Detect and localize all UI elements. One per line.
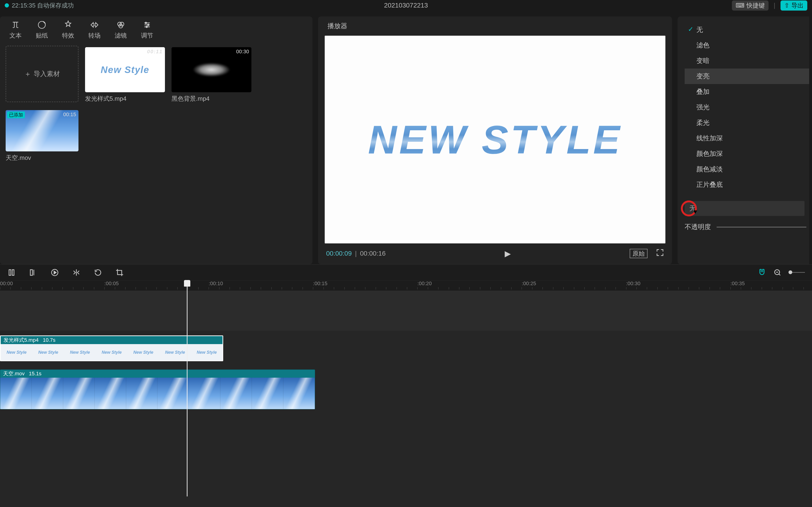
rotate-button[interactable] (94, 268, 102, 277)
time-separator: | (355, 250, 357, 257)
timeline-ruler[interactable]: 00:00:00:05:00:10:00:15:00:20:00:25:00:3… (0, 280, 812, 291)
blend-option[interactable]: 叠加 (684, 84, 809, 100)
blend-option[interactable]: 正片叠底 (684, 177, 809, 192)
blend-option-label: 颜色减淡 (696, 165, 723, 173)
opacity-label: 不透明度 (684, 223, 711, 231)
tab-label: 转场 (88, 32, 101, 40)
preview-canvas[interactable]: New Style (325, 36, 665, 243)
blend-option-label: 变亮 (696, 72, 710, 80)
tab-filter[interactable]: 滤镜 (115, 20, 127, 40)
media-thumbnail: New Style00:11 (85, 47, 165, 92)
tab-label: 贴纸 (36, 32, 48, 40)
clip-name: 天空.mov (3, 370, 25, 377)
blend-panel: ✓无滤色变暗变亮叠加强光柔光线性加深颜色加深颜色减淡正片叠底 无 不透明度 (677, 16, 809, 264)
timeline: 00:00:00:05:00:10:00:15:00:20:00:25:00:3… (0, 264, 812, 507)
time-duration: 00:00:16 (360, 250, 386, 257)
crop-button[interactable] (115, 268, 124, 277)
blend-option[interactable]: 滤色 (684, 38, 809, 53)
blend-option[interactable]: 线性加深 (684, 130, 809, 146)
svg-point-6 (146, 26, 148, 28)
blend-option[interactable]: ✓无 (684, 22, 809, 38)
blend-mode-select[interactable]: 无 (684, 201, 805, 216)
playhead[interactable] (187, 280, 188, 496)
blend-option-label: 强光 (696, 104, 710, 111)
media-duration: 00:15 (63, 111, 76, 118)
svg-rect-7 (9, 270, 11, 275)
media-item[interactable]: New Style00:11发光样式5.mp4 (85, 47, 165, 104)
ruler-mark: :00:15 (313, 280, 327, 287)
tab-label: 文本 (9, 32, 21, 40)
speed-button[interactable] (50, 268, 59, 277)
split-button[interactable] (7, 268, 16, 277)
tab-transition[interactable]: 转场 (88, 20, 101, 40)
media-duration: 00:30 (236, 49, 249, 55)
ruler-mark: 00:00 (0, 280, 13, 287)
media-name: 天空.mov (6, 154, 79, 162)
timeline-tracks[interactable]: 发光样式5.mp410.7sNew StyleNew StyleNew Styl… (0, 291, 812, 507)
svg-point-4 (145, 22, 147, 24)
delete-left-button[interactable] (29, 268, 38, 277)
adjust-icon (142, 20, 152, 30)
shortcuts-label: 快捷键 (747, 1, 765, 10)
tab-text[interactable]: 文本 (9, 20, 21, 40)
blend-option-label: 滤色 (696, 42, 710, 49)
blend-option[interactable]: 强光 (684, 100, 809, 115)
added-badge: 已添加 (7, 111, 25, 118)
svg-point-5 (148, 24, 149, 26)
fullscreen-button[interactable] (656, 248, 664, 258)
timeline-clip[interactable]: 发光样式5.mp410.7sNew StyleNew StyleNew Styl… (0, 335, 223, 361)
clip-duration: 15.1s (29, 371, 42, 377)
project-title: 202103072213 (384, 2, 428, 9)
import-media-button[interactable]: ＋导入素材 (6, 46, 79, 102)
text-icon (11, 20, 20, 30)
blend-option[interactable]: 柔光 (684, 115, 809, 130)
separator: | (774, 2, 775, 9)
preview-text: New Style (368, 117, 622, 163)
ruler-mark: :00:30 (626, 280, 641, 287)
media-item[interactable]: 00:30黑色背景.mp4 (171, 47, 251, 104)
zoom-slider[interactable] (789, 272, 805, 273)
import-label: 导入素材 (34, 69, 60, 78)
blend-option-label: 无 (696, 26, 703, 33)
player-title: 播放器 (318, 16, 672, 36)
magnet-button[interactable] (758, 268, 766, 277)
original-ratio-button[interactable]: 原始 (630, 249, 648, 258)
blend-option[interactable]: 变亮 (684, 68, 809, 84)
export-icon: ⇧ (784, 2, 790, 9)
autosave-status: 22:15:35 自动保存成功 (12, 1, 74, 10)
blend-option-label: 变暗 (696, 57, 710, 64)
blend-option-label: 叠加 (696, 88, 710, 95)
tab-label: 滤镜 (115, 32, 127, 40)
export-button[interactable]: ⇧ 导出 (780, 0, 807, 10)
blend-option[interactable]: 颜色减淡 (684, 162, 809, 177)
mirror-button[interactable] (72, 268, 81, 277)
plus-icon: ＋ (24, 69, 31, 79)
media-thumbnail: 00:30 (171, 47, 251, 92)
media-duration: 00:11 (147, 49, 163, 55)
clip-frames (0, 378, 315, 409)
zoom-out-button[interactable] (773, 268, 782, 277)
shortcuts-button[interactable]: ⌨ 快捷键 (732, 0, 768, 10)
tab-fx[interactable]: 特效 (62, 20, 74, 40)
media-item[interactable]: 00:15已添加天空.mov (6, 110, 79, 162)
ruler-mark: :00:35 (730, 280, 745, 287)
ruler-mark: :00:20 (417, 280, 432, 287)
tab-adjust[interactable]: 调节 (141, 20, 153, 40)
blend-option-label: 颜色加深 (696, 150, 723, 157)
media-thumbnail: 00:15已添加 (6, 110, 79, 151)
timeline-clip[interactable]: 天空.mov15.1s (0, 370, 315, 409)
media-name: 发光样式5.mp4 (85, 95, 165, 103)
clip-duration: 10.7s (43, 337, 55, 343)
ruler-mark: :00:10 (209, 280, 223, 287)
clip-header: 发光样式5.mp410.7s (1, 336, 222, 344)
blend-option-label: 线性加深 (696, 134, 723, 142)
svg-rect-9 (30, 270, 33, 275)
blend-option-label: 正片叠底 (696, 181, 723, 188)
blend-option[interactable]: 颜色加深 (684, 146, 809, 162)
click-indicator-icon (681, 201, 697, 216)
opacity-slider[interactable] (717, 227, 806, 227)
blend-option[interactable]: 变暗 (684, 53, 809, 68)
play-button[interactable]: ▶ (505, 249, 511, 258)
tab-sticker[interactable]: 贴纸 (36, 20, 48, 40)
tab-label: 特效 (62, 32, 74, 40)
